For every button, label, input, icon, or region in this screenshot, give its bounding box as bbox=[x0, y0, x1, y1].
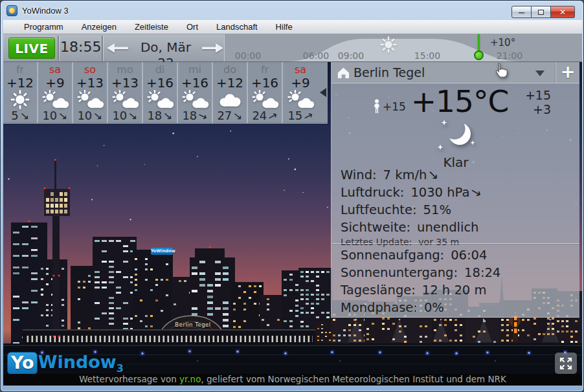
timeline-tick: 06:00 bbox=[303, 50, 329, 61]
current-conditions: +15 +15°C +15 +3 Klar bbox=[331, 83, 579, 243]
live-button[interactable]: LIVE bbox=[8, 38, 55, 59]
forecast-day-5[interactable]: mi +16 18→ bbox=[178, 62, 213, 123]
day-temp: +16 bbox=[248, 76, 282, 90]
fullscreen-button[interactable] bbox=[555, 353, 577, 374]
forecast-day-1[interactable]: sa +9 10→ bbox=[38, 62, 73, 123]
forecast-day-0[interactable]: fr +12 5→ bbox=[3, 62, 38, 123]
menu-item-anzeigen[interactable]: Anzeigen bbox=[73, 21, 126, 33]
menu-item-landschaft[interactable]: Landschaft bbox=[207, 21, 267, 33]
menu-item-ort[interactable]: Ort bbox=[177, 21, 207, 33]
location-title: Berlin Tegel bbox=[354, 65, 425, 80]
weather-icon bbox=[3, 90, 37, 109]
minimize-button[interactable]: — bbox=[511, 6, 532, 18]
forecast-day-8[interactable]: sa +9 15→ bbox=[283, 62, 318, 123]
logo-version: 3 bbox=[117, 362, 124, 374]
day-wind: 10→ bbox=[73, 109, 107, 122]
weather-icon bbox=[108, 90, 142, 109]
astro-row-sunrise: Sonnenaufgang:06:04 bbox=[341, 246, 579, 264]
yowindow-logo: Yo Window 3 bbox=[7, 352, 124, 374]
moon-icon bbox=[435, 116, 478, 158]
yrno-link[interactable]: yr.no bbox=[179, 374, 201, 384]
day-temp: +12 bbox=[213, 76, 247, 90]
day-wind: 24→ bbox=[248, 109, 282, 122]
weather-icon bbox=[143, 90, 177, 109]
sun-position-icon bbox=[380, 36, 397, 53]
forecast-day-7[interactable]: fr +16 24→ bbox=[248, 62, 283, 123]
forecast-day-2[interactable]: so +13 10→ bbox=[73, 62, 108, 123]
daylight-curve bbox=[225, 34, 583, 61]
day-wind: 18→ bbox=[143, 109, 177, 122]
location-selector[interactable]: Berlin Tegel + bbox=[331, 62, 579, 83]
logo-yo: Yo bbox=[7, 352, 38, 374]
chevron-down-icon[interactable] bbox=[535, 71, 545, 76]
day-name: fr bbox=[3, 63, 37, 76]
current-temperature: +15°C bbox=[408, 83, 511, 119]
day-wind: 27→ bbox=[213, 109, 247, 122]
day-temp: +16 bbox=[178, 76, 212, 90]
wind-arrow-icon: → bbox=[56, 109, 70, 123]
wind-arrow-icon: → bbox=[126, 109, 140, 123]
person-icon bbox=[373, 99, 381, 114]
day-temp: +13 bbox=[108, 76, 142, 90]
timeline-tick: 09:00 bbox=[338, 50, 364, 61]
day-wind: 15→ bbox=[283, 109, 318, 122]
day-name: so bbox=[73, 63, 107, 76]
weather-icon bbox=[178, 90, 212, 109]
wind-arrow-icon: → bbox=[231, 109, 245, 123]
weather-icon bbox=[38, 90, 72, 109]
logo-window: Window bbox=[38, 352, 117, 372]
high-temp: +15 bbox=[525, 88, 551, 102]
astro-row-moonphase: Mondphase:0% bbox=[341, 299, 579, 316]
wind-arrow-icon: → bbox=[302, 109, 315, 124]
wind-arrow-icon: → bbox=[266, 109, 280, 124]
toolbar: LIVE 18:55 Do, Mär 22 00:00 06:00 09:00 … bbox=[3, 34, 582, 62]
landscape-scene: YoWindow Berlin Tegel fr +12 5→ sa +9 10… bbox=[3, 62, 582, 374]
day-name: sa bbox=[283, 63, 318, 76]
weather-details: Wind:7 km/h→ Luftdruck:1030 hPa→ Luftfeu… bbox=[341, 166, 482, 248]
wind-arrow-icon: → bbox=[426, 168, 442, 183]
day-temp: +9 bbox=[283, 76, 318, 90]
maximize-button[interactable] bbox=[532, 6, 551, 18]
timeline-track[interactable]: 00:00 06:00 09:00 15:00 21:00 +10° bbox=[224, 34, 582, 61]
day-wind: 10→ bbox=[108, 109, 142, 122]
day-name: mi bbox=[178, 63, 212, 76]
collapse-forecast-button[interactable] bbox=[318, 62, 328, 123]
chevron-left-icon bbox=[320, 88, 326, 97]
forecast-day-3[interactable]: mo +13 10→ bbox=[108, 62, 143, 123]
weather-icon bbox=[283, 90, 318, 109]
weather-icon bbox=[213, 90, 247, 109]
next-day-button[interactable] bbox=[200, 43, 225, 53]
menu-item-programm[interactable]: Programm bbox=[15, 21, 73, 33]
day-wind: 18→ bbox=[178, 109, 212, 122]
day-name: mo bbox=[108, 63, 142, 76]
timeline-tick: 15:00 bbox=[414, 50, 440, 61]
astro-row-sunset: Sonnenuntergang:18:24 bbox=[341, 264, 579, 281]
prev-day-button[interactable] bbox=[106, 43, 130, 53]
add-location-button[interactable]: + bbox=[556, 62, 579, 83]
low-temp: +3 bbox=[525, 102, 551, 116]
wind-arrow-icon: → bbox=[161, 109, 175, 123]
timeline-slider-knob[interactable] bbox=[474, 50, 484, 60]
astronomy-section: Sonnenaufgang:06:04 Sonnenuntergang:18:2… bbox=[331, 243, 579, 318]
terminal-sign: Berlin Tegel bbox=[168, 321, 218, 328]
forecast-day-6[interactable]: do +12 27→ bbox=[213, 62, 248, 123]
slider-temp-label: +10° bbox=[490, 37, 515, 49]
titlebar[interactable]: YoWindow 3 — ✕ bbox=[1, 1, 583, 20]
day-name: fr bbox=[248, 63, 282, 76]
feels-like: +15 bbox=[373, 99, 406, 114]
app-icon bbox=[6, 5, 17, 16]
timeline-tick: 21:00 bbox=[497, 50, 522, 61]
home-icon bbox=[337, 66, 350, 80]
menubar: Programm Anzeigen Zeitleiste Ort Landsch… bbox=[3, 20, 582, 34]
wind-arrow-icon: → bbox=[91, 109, 105, 123]
detail-row-humidity: Luftfeuchte:51% bbox=[341, 201, 482, 219]
app-window: YoWindow 3 — ✕ Programm Anzeigen Zeitlei… bbox=[0, 0, 584, 392]
maximize-icon bbox=[538, 10, 544, 15]
detail-row-visibility: Sichtweite:unendlich bbox=[341, 219, 482, 236]
detail-row-wind: Wind:7 km/h→ bbox=[341, 166, 482, 184]
forecast-day-4[interactable]: di +16 18→ bbox=[143, 62, 178, 123]
menu-item-zeitleiste[interactable]: Zeitleiste bbox=[126, 21, 177, 33]
day-temp: +13 bbox=[73, 76, 107, 90]
close-button[interactable]: ✕ bbox=[551, 6, 575, 18]
menu-item-hilfe[interactable]: Hilfe bbox=[267, 21, 302, 33]
